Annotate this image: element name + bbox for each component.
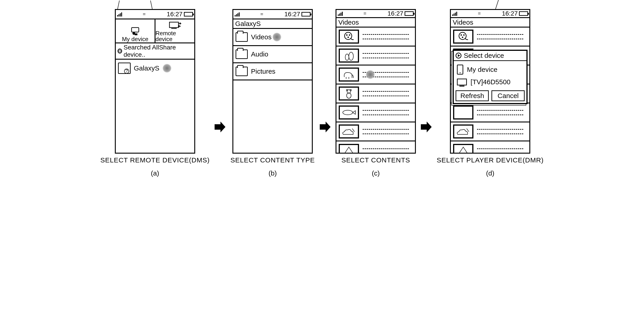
device-icon	[118, 63, 131, 74]
video-thumb-reel-icon	[453, 30, 474, 44]
arrow-bc	[319, 121, 332, 133]
device-item-galaxys[interactable]: GalaxyS	[116, 60, 194, 77]
video-item[interactable]	[336, 47, 415, 66]
svg-marker-18	[421, 122, 432, 132]
status-bar: = 16:27	[336, 10, 415, 18]
svg-point-12	[349, 52, 353, 60]
title-label: Videos	[453, 19, 473, 26]
dialog-option-my-device[interactable]: My device	[456, 63, 524, 76]
video-item[interactable]	[336, 141, 415, 154]
video-meta-placeholder	[477, 32, 527, 41]
folder-list: Videos Audio Pictures	[233, 29, 312, 153]
screen-d-column: 330 = 16:27 Videos	[437, 9, 544, 177]
video-item[interactable]	[451, 122, 529, 141]
device-tabs: My device Remote device	[116, 20, 194, 43]
my-device-icon	[130, 26, 140, 36]
dialog-option-tv[interactable]: [TV]46D5500	[456, 76, 524, 88]
play-icon	[456, 53, 462, 59]
svg-rect-3	[170, 22, 178, 28]
svg-point-19	[459, 32, 466, 40]
video-thumb-fish-icon	[453, 106, 474, 120]
phone-device-icon	[457, 65, 463, 75]
video-item[interactable]	[451, 141, 529, 154]
title-label: Videos	[338, 19, 359, 26]
status-drag-icon: =	[364, 11, 367, 17]
searched-label: Searched AllShare device..	[124, 44, 192, 58]
svg-rect-0	[132, 28, 139, 32]
video-item[interactable]	[451, 28, 529, 47]
battery-icon	[184, 12, 193, 17]
searched-bar: Searched AllShare device..	[116, 43, 194, 60]
video-item[interactable]	[336, 28, 415, 47]
subcaption-c: (c)	[372, 169, 380, 177]
tab-remote-device[interactable]: Remote device	[156, 20, 194, 43]
status-bar: = 16:27	[451, 10, 529, 18]
svg-point-8	[346, 34, 348, 36]
touch-smudge-icon	[162, 64, 172, 73]
video-thumb-bird-icon	[453, 144, 474, 154]
video-meta-placeholder	[362, 127, 413, 136]
video-item[interactable]	[336, 122, 415, 141]
video-thumb-reel-icon	[339, 30, 359, 44]
cancel-button[interactable]: Cancel	[492, 90, 525, 101]
video-thumb-cloud-icon	[339, 124, 359, 138]
video-item[interactable]	[451, 104, 529, 122]
figure: 310 320 = 16:27 My device	[4, 9, 640, 177]
video-meta-placeholder	[362, 146, 413, 154]
battery-icon	[519, 11, 528, 16]
signal-icon	[452, 11, 457, 16]
touch-smudge-icon	[272, 33, 282, 42]
video-meta-placeholder	[362, 89, 413, 98]
folder-label: Pictures	[251, 68, 275, 75]
status-bar: = 16:27	[233, 10, 312, 20]
callout-320-label: 320	[146, 0, 157, 0]
signal-icon	[117, 12, 122, 17]
phone-d: = 16:27 Videos	[450, 9, 530, 154]
caption-a: SELECT REMOTE DEVICE(DMS)	[100, 156, 210, 164]
caption-c: SELECT CONTENTS	[342, 156, 410, 164]
status-bar: = 16:27	[116, 10, 194, 20]
status-time: 16:27	[284, 11, 300, 18]
svg-marker-5	[214, 122, 226, 132]
video-thumb-bear-icon	[339, 87, 359, 101]
cancel-button-label: Cancel	[498, 92, 518, 99]
arrow-ab	[214, 121, 226, 133]
svg-rect-2	[135, 34, 138, 35]
refresh-button[interactable]: Refresh	[456, 90, 489, 101]
status-time: 16:27	[167, 11, 182, 18]
signal-icon	[235, 12, 240, 17]
svg-point-16	[346, 93, 351, 98]
arrow-cd	[420, 121, 432, 133]
title-label: GalaxyS	[235, 20, 260, 28]
folder-icon	[236, 67, 248, 76]
battery-icon	[404, 11, 414, 16]
title-bar: Videos	[336, 18, 415, 28]
video-thumb-fish-icon	[339, 106, 359, 120]
video-item[interactable]	[336, 85, 415, 104]
folder-pictures[interactable]: Pictures	[233, 63, 312, 80]
battery-icon	[302, 12, 310, 17]
device-list: GalaxyS	[116, 60, 194, 153]
tab-remote-device-label: Remote device	[156, 30, 194, 42]
svg-point-20	[460, 34, 462, 36]
folder-videos[interactable]: Videos	[233, 29, 312, 46]
svg-point-21	[463, 34, 464, 36]
svg-point-7	[344, 32, 352, 40]
tab-my-device[interactable]: My device	[116, 20, 156, 43]
folder-audio[interactable]: Audio	[233, 46, 312, 63]
title-bar: GalaxyS	[233, 20, 312, 29]
screen-a-column: 310 320 = 16:27 My device	[100, 9, 210, 177]
video-thumb-cloud-icon	[453, 124, 474, 138]
status-drag-icon: =	[260, 11, 264, 17]
subcaption-a: (a)	[151, 169, 159, 177]
subcaption-d: (d)	[486, 169, 494, 177]
select-device-dialog: Select device My device [TV]46D5500 Refr…	[453, 50, 528, 104]
folder-icon	[236, 32, 248, 42]
svg-point-11	[345, 54, 349, 60]
video-item[interactable]	[336, 66, 415, 85]
svg-point-15	[350, 90, 351, 91]
video-item[interactable]	[336, 104, 415, 122]
caption-d: SELECT PLAYER DEVICE(DMR)	[437, 156, 544, 164]
svg-point-17	[343, 110, 353, 115]
video-thumb-penguins-icon	[339, 49, 359, 63]
